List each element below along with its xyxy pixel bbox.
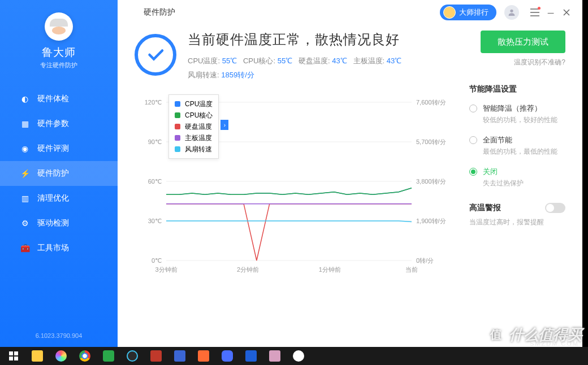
alarm-row: 高温警报	[469, 203, 565, 213]
sidebar-icon: ◉	[20, 144, 29, 153]
legend-item: 硬盘温度	[175, 121, 213, 132]
stress-test-button[interactable]: 散热压力测试	[481, 31, 565, 53]
version-label: 6.1023.3790.904	[0, 332, 118, 339]
taskbar-browser-icon[interactable]	[50, 348, 72, 364]
sidebar-icon: 🧰	[20, 244, 29, 253]
legend-label: CPU核心	[185, 111, 213, 120]
taskbar-app4-icon[interactable]	[216, 348, 239, 364]
svg-rect-20	[9, 351, 13, 355]
svg-text:5,700转/分: 5,700转/分	[416, 138, 446, 145]
metric-label: CPU核心:	[243, 57, 278, 65]
sidebar-icon: ▦	[20, 119, 29, 128]
metric-value: 55℃	[222, 57, 237, 65]
sidebar-icon: ⚡	[20, 169, 29, 178]
hamburger-menu-button[interactable]	[527, 5, 543, 20]
legend-label: 风扇转速	[185, 145, 212, 154]
svg-rect-22	[9, 357, 13, 360]
legend-swatch-icon	[175, 146, 180, 152]
power-option-0[interactable]: 智能降温（推荐）较低的功耗，较好的性能	[469, 103, 565, 125]
ranking-button[interactable]: 大师排行	[440, 5, 496, 20]
sidebar-item-label: 硬件体检	[37, 94, 69, 104]
sidebar-icon: ⚙	[20, 219, 29, 228]
logo-area: 鲁大师 专注硬件防护	[0, 0, 118, 80]
sidebar-item-1[interactable]: ▦硬件参数	[0, 111, 118, 136]
chart-legend: CPU温度CPU核心硬盘温度主板温度风扇转速 ›	[168, 94, 219, 159]
taskbar-chill-icon[interactable]	[240, 348, 262, 364]
radio-desc: 较低的功耗，较好的性能	[483, 115, 557, 125]
radio-desc: 最低的功耗，最低的性能	[483, 147, 557, 157]
notification-dot-icon	[538, 7, 541, 10]
svg-text:3,800转/分: 3,800转/分	[416, 178, 446, 185]
svg-text:90℃: 90℃	[148, 138, 162, 145]
ranking-avatar-icon	[443, 6, 456, 19]
accuracy-link[interactable]: 温度识别不准确?	[469, 58, 565, 67]
legend-item: CPU温度	[175, 98, 213, 110]
taskbar-pdf-icon[interactable]	[145, 348, 167, 364]
alarm-toggle[interactable]	[545, 203, 565, 213]
radio-label: 智能降温（推荐）	[483, 103, 557, 114]
legend-swatch-icon	[175, 101, 180, 107]
user-avatar[interactable]	[504, 5, 519, 20]
taskbar-app5-icon[interactable]	[263, 348, 286, 364]
alarm-title: 高温警报	[469, 203, 501, 213]
taskbar-explorer-icon[interactable]	[26, 348, 49, 364]
minimize-button[interactable]: ─	[543, 5, 559, 20]
metric-label: 主板温度:	[353, 57, 387, 65]
status-ok-icon	[135, 34, 176, 76]
sidebar-item-label: 硬件防护	[37, 168, 69, 179]
ranking-label: 大师排行	[459, 7, 488, 18]
metric-value: 1859转/分	[221, 71, 254, 79]
sidebar-item-6[interactable]: 🧰工具市场	[0, 236, 118, 260]
power-section-title: 节能降温设置	[469, 84, 565, 94]
sidebar-item-0[interactable]: ◐硬件体检	[0, 86, 118, 111]
metric-value: 55℃	[278, 57, 292, 65]
alarm-desc: 当温度过高时，报警提醒	[469, 218, 565, 227]
metric-label: 风扇转速:	[188, 71, 221, 79]
svg-text:1,900转/分: 1,900转/分	[416, 218, 446, 224]
summary-headline: 当前硬件温度正常，散热情况良好	[188, 31, 401, 49]
radio-desc: 失去过热保护	[483, 179, 524, 188]
app-logo-icon	[45, 12, 73, 41]
svg-text:0℃: 0℃	[152, 257, 162, 264]
svg-text:120℃: 120℃	[145, 99, 162, 106]
taskbar-chrome-icon[interactable]	[74, 348, 96, 364]
sidebar-item-2[interactable]: ◉硬件评测	[0, 136, 118, 161]
taskbar-app2-icon[interactable]	[168, 348, 191, 364]
legend-item: CPU核心	[175, 110, 213, 121]
radio-icon	[469, 105, 477, 112]
svg-rect-23	[14, 357, 18, 360]
sidebar-item-label: 工具市场	[37, 243, 69, 253]
sidebar-item-4[interactable]: ▥清理优化	[0, 186, 118, 211]
taskbar-start-button[interactable]	[2, 348, 25, 364]
temperature-chart: 0℃0转/分30℃1,900转/分60℃3,800转/分90℃5,700转/分1…	[135, 91, 458, 277]
metric-label: 硬盘温度:	[299, 57, 332, 65]
radio-icon	[469, 136, 477, 144]
legend-label: 硬盘温度	[185, 122, 212, 132]
radio-label: 全面节能	[483, 135, 557, 145]
legend-label: CPU温度	[185, 99, 213, 109]
close-button[interactable]	[559, 5, 574, 20]
main-content: 硬件防护 大师排行 ─	[118, 0, 582, 347]
power-option-2[interactable]: 关闭失去过热保护	[469, 167, 565, 188]
sidebar-item-5[interactable]: ⚙驱动检测	[0, 211, 118, 236]
taskbar-app3-icon[interactable]	[192, 348, 215, 364]
left-column: 当前硬件温度正常，散热情况良好 CPU温度: 55℃ CPU核心: 55℃ 硬盘…	[135, 31, 458, 341]
taskbar-wechat-icon[interactable]	[97, 348, 120, 364]
svg-text:1分钟前: 1分钟前	[319, 266, 341, 273]
legend-label: 主板温度	[185, 133, 212, 143]
svg-text:3分钟前: 3分钟前	[155, 266, 177, 273]
legend-expand-button[interactable]: ›	[220, 120, 228, 130]
sidebar-item-label: 清理优化	[37, 193, 69, 203]
svg-text:60℃: 60℃	[148, 178, 162, 185]
power-option-1[interactable]: 全面节能最低的功耗，最低的性能	[469, 135, 565, 157]
titlebar: 硬件防护 大师排行 ─	[118, 0, 582, 25]
svg-point-0	[510, 10, 513, 12]
taskbar-app-icon[interactable]	[121, 348, 144, 364]
legend-item: 主板温度	[175, 132, 213, 144]
page-title: 硬件防护	[144, 7, 175, 18]
svg-text:30℃: 30℃	[148, 218, 162, 224]
sidebar-item-3[interactable]: ⚡硬件防护	[0, 161, 118, 186]
metric-value: 43℃	[387, 57, 401, 65]
taskbar-ludashi-icon[interactable]	[287, 348, 310, 364]
svg-text:7,600转/分: 7,600转/分	[416, 99, 446, 106]
